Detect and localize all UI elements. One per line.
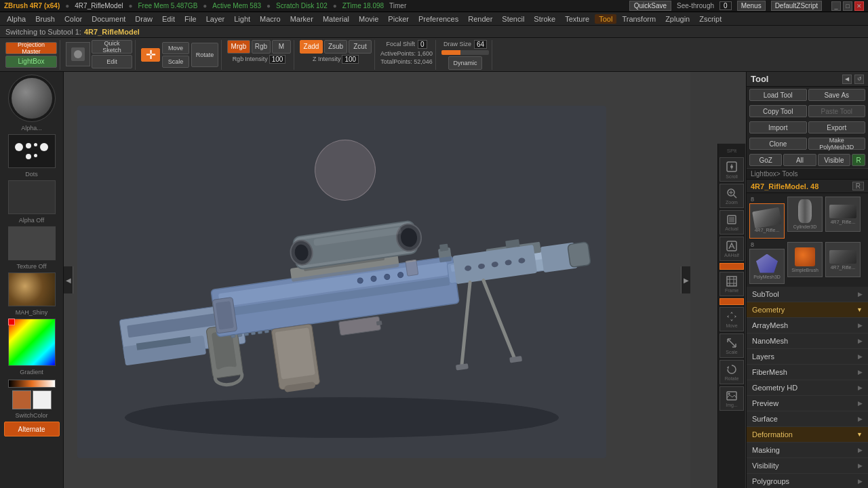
canvas-arrow-right[interactable]: ▶ [681,266,690,293]
menu-layer[interactable]: Layer [202,14,229,24]
rotate-icon-btn[interactable]: Rotate [719,360,744,384]
section-surface[interactable]: Surface ▶ [747,411,868,427]
menu-tool[interactable]: Tool [595,14,616,24]
section-visibility[interactable]: Visibility ▶ [747,458,868,474]
section-deformation[interactable]: Deformation ▼ [747,427,868,443]
visible-btn[interactable]: Visible [818,154,850,166]
edit-btn[interactable]: Edit [92,55,132,68]
copy-tool-btn[interactable]: Copy Tool [749,105,807,117]
menu-marker[interactable]: Marker [286,14,317,24]
orange-icon-btn[interactable] [719,263,744,270]
section-preview[interactable]: Preview ▶ [747,396,868,411]
menu-render[interactable]: Render [464,14,496,24]
load-tool-btn[interactable]: Load Tool [749,89,807,101]
scroll-icon-btn[interactable]: Scroll [719,157,744,182]
zoom-icon-btn[interactable]: Zoom [719,184,744,208]
gradient-bar[interactable] [8,380,56,388]
menu-file[interactable]: File [180,14,201,24]
brush-thumb[interactable] [8,134,56,168]
import-btn[interactable]: Import [749,121,807,134]
menu-draw[interactable]: Draw [131,14,157,24]
texture-off-thumb[interactable] [8,226,56,260]
quick-save-btn[interactable]: QuickSave [629,1,671,11]
menu-stencil[interactable]: Stencil [498,14,528,24]
r-btn[interactable]: R [852,154,865,166]
section-nanomesh[interactable]: NanoMesh ▶ [747,333,868,349]
draw-size-slider[interactable] [441,50,489,56]
aahalf-icon-btn[interactable]: AAHalf [719,237,744,261]
rotate-btn[interactable]: Rotate [191,43,218,67]
model-viewport[interactable] [64,72,690,488]
default-script-btn[interactable]: DefaultZScript [771,1,822,11]
quick-sketch-btn[interactable]: QuickSketch [92,40,132,54]
menu-transform[interactable]: Transform [618,14,660,24]
alpha-preview[interactable] [8,75,56,122]
projection-master-btn[interactable]: Projection Master [5,42,57,54]
section-layers[interactable]: Layers ▶ [747,349,868,365]
menu-picker[interactable]: Picker [384,14,413,24]
color-picker[interactable] [8,319,56,366]
zadd-btn[interactable]: Zadd [300,40,323,54]
menu-texture[interactable]: Texture [561,14,593,24]
zcut-btn[interactable]: Zcut [349,40,372,54]
dynamic-btn[interactable]: Dynamic [448,56,482,69]
r-indicator[interactable]: R [852,182,864,190]
thumb-rifle2[interactable]: 4R7_Rifle... [825,197,861,232]
section-polygroups[interactable]: Polygroups ▶ [747,474,868,488]
rgb-btn[interactable]: Rgb [252,40,271,54]
menu-light[interactable]: Light [230,14,254,24]
see-through-val[interactable]: 0 [719,1,732,10]
canvas-area[interactable]: ◀ [64,72,690,488]
menu-alpha[interactable]: Alpha [3,14,30,24]
menu-material[interactable]: Material [319,14,353,24]
clone-btn[interactable]: Clone [749,138,807,150]
section-subtool[interactable]: SubTool ▶ [747,287,868,302]
menu-zscript[interactable]: Zscript [695,14,726,24]
mrgb-btn[interactable]: Mrgb [227,40,250,54]
menu-document[interactable]: Document [87,14,130,24]
m-btn[interactable]: M [272,40,291,54]
canvas-arrow-left[interactable]: ◀ [64,266,73,293]
close-btn[interactable]: ✕ [854,1,864,11]
thumb-rifle-main[interactable]: 4R7_Rifle... [749,203,785,239]
alternate-btn[interactable]: Alternate [4,422,60,436]
section-arraymesh[interactable]: ArrayMesh ▶ [747,318,868,333]
zsub-btn[interactable]: Zsub [324,40,347,54]
menu-movie[interactable]: Movie [355,14,382,24]
thumb-simple[interactable]: SimpleBrush [787,242,823,277]
menu-color[interactable]: Color [60,14,86,24]
section-geometry[interactable]: Geometry ▼ [747,302,868,318]
export-btn[interactable]: Export [808,121,866,134]
img-icon-btn[interactable]: Img... [719,386,744,411]
section-masking[interactable]: Masking ▶ [747,443,868,458]
scale-btn[interactable]: Scale [162,56,189,68]
background-color[interactable] [33,390,52,409]
section-fibermesh[interactable]: FiberMesh ▶ [747,365,868,380]
thumb-rifle3[interactable]: 4R7_Rifle... [825,242,861,277]
make-polymesh-btn[interactable]: Make PolyMesh3D [808,138,866,150]
thumb-cylinder[interactable]: Cylinder3D [787,197,823,232]
menu-macro[interactable]: Macro [256,14,285,24]
foreground-color[interactable] [12,390,31,409]
menu-preferences[interactable]: Preferences [414,14,462,24]
lightbox-btn[interactable]: LightBox [5,56,57,68]
menu-edit[interactable]: Edit [158,14,179,24]
alpha-off-thumb[interactable] [8,180,56,214]
section-geometry-hd[interactable]: Geometry HD ▶ [747,380,868,396]
menu-zplugin[interactable]: Zplugin [661,14,694,24]
move-btn[interactable]: Move [162,42,189,54]
save-as-btn[interactable]: Save As [808,89,866,101]
orange-icon-btn-2[interactable] [719,298,744,305]
material-thumb[interactable] [8,272,56,306]
maximize-btn[interactable]: □ [843,1,852,11]
tool-header-icon-2[interactable]: ↺ [854,75,864,84]
goz-btn[interactable]: GoZ [749,154,782,166]
menu-brush[interactable]: Brush [31,14,59,24]
menu-stroke[interactable]: Stroke [530,14,559,24]
thumb-polymesh[interactable]: PolyMesh3D [749,249,785,284]
tool-header-icon-1[interactable]: ◀ [842,75,852,84]
minimize-btn[interactable]: _ [831,1,841,11]
scale-icon-btn[interactable]: Scale [719,333,744,358]
paste-tool-btn[interactable]: Paste Tool [808,105,866,117]
actual-icon-btn[interactable]: Actual [719,210,744,235]
